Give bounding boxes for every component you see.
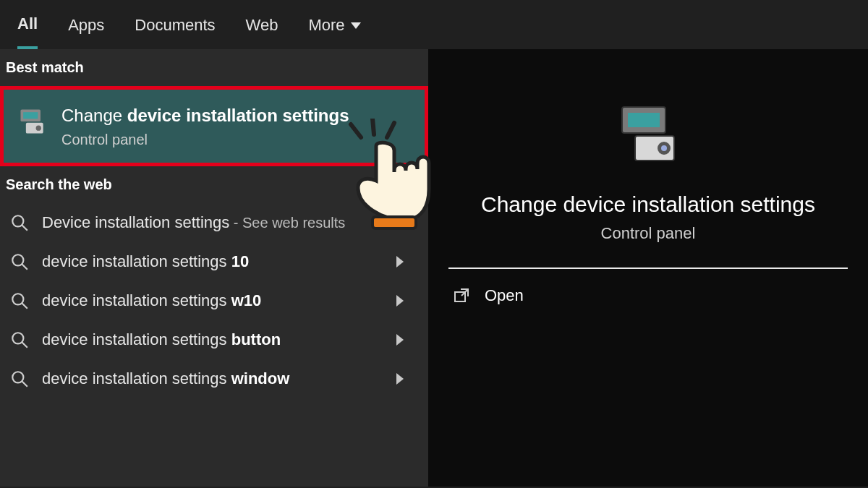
web-result-text: Device installation settings - See web r… bbox=[42, 213, 383, 232]
divider bbox=[448, 267, 848, 269]
preview-title: Change device installation settings bbox=[448, 192, 848, 217]
best-match-subtitle: Control panel bbox=[61, 132, 349, 148]
svg-line-11 bbox=[22, 264, 27, 270]
preview-panel: Change device installation settings Cont… bbox=[428, 49, 868, 487]
svg-line-9 bbox=[22, 225, 27, 231]
svg-point-8 bbox=[12, 215, 23, 226]
search-web-label: Search the web bbox=[0, 166, 428, 203]
tab-more-label: More bbox=[308, 16, 344, 35]
svg-point-16 bbox=[12, 372, 23, 382]
svg-line-13 bbox=[22, 303, 27, 309]
tab-web[interactable]: Web bbox=[246, 14, 278, 49]
web-result-3[interactable]: device installation settings button bbox=[0, 320, 428, 359]
best-match-result[interactable]: Change device installation settings Cont… bbox=[0, 86, 428, 166]
search-tabs: All Apps Documents Web More bbox=[0, 0, 868, 49]
devices-printer-icon bbox=[17, 106, 48, 137]
tab-documents[interactable]: Documents bbox=[135, 14, 215, 49]
best-match-label: Best match bbox=[0, 49, 428, 86]
chevron-right-icon[interactable] bbox=[396, 295, 404, 307]
svg-line-4 bbox=[351, 124, 361, 137]
best-match-title: Change device installation settings bbox=[61, 106, 349, 126]
open-label: Open bbox=[485, 286, 524, 305]
svg-point-14 bbox=[12, 333, 23, 343]
search-icon bbox=[10, 213, 29, 232]
best-match-text: Change device installation settings Cont… bbox=[61, 106, 349, 148]
best-match-title-prefix: Change bbox=[61, 106, 127, 125]
svg-line-5 bbox=[373, 119, 374, 134]
svg-line-15 bbox=[22, 342, 27, 348]
chevron-right-icon[interactable] bbox=[396, 373, 404, 385]
open-icon bbox=[453, 287, 470, 304]
web-result-text: device installation settings window bbox=[42, 369, 383, 388]
svg-rect-19 bbox=[628, 113, 660, 127]
web-result-2[interactable]: device installation settings w10 bbox=[0, 281, 428, 320]
web-result-4[interactable]: device installation settings window bbox=[0, 359, 428, 398]
search-icon bbox=[10, 369, 29, 388]
open-action[interactable]: Open bbox=[448, 286, 848, 305]
web-result-text: device installation settings 10 bbox=[42, 252, 383, 271]
svg-point-10 bbox=[12, 254, 23, 265]
chevron-right-icon[interactable] bbox=[396, 217, 404, 228]
search-icon bbox=[10, 330, 29, 349]
best-match-title-bold: device installation settings bbox=[127, 106, 349, 125]
web-result-text: device installation settings w10 bbox=[42, 291, 383, 310]
web-result-text: device installation settings button bbox=[42, 330, 383, 349]
tab-apps[interactable]: Apps bbox=[68, 14, 104, 49]
chevron-right-icon[interactable] bbox=[396, 334, 404, 346]
devices-printer-icon bbox=[613, 100, 683, 169]
chevron-down-icon bbox=[351, 22, 361, 29]
tab-all[interactable]: All bbox=[17, 14, 38, 49]
svg-point-3 bbox=[36, 126, 41, 131]
chevron-right-icon[interactable] bbox=[396, 256, 404, 267]
web-result-1[interactable]: device installation settings 10 bbox=[0, 242, 428, 281]
search-icon bbox=[10, 291, 29, 310]
svg-line-6 bbox=[387, 123, 394, 137]
svg-point-22 bbox=[661, 145, 667, 151]
preview-subtitle: Control panel bbox=[448, 224, 848, 243]
svg-line-17 bbox=[22, 381, 27, 387]
svg-rect-1 bbox=[23, 112, 38, 119]
tab-more[interactable]: More bbox=[308, 14, 360, 49]
svg-point-12 bbox=[12, 294, 23, 304]
web-result-0[interactable]: Device installation settings - See web r… bbox=[0, 203, 428, 242]
search-icon bbox=[10, 252, 29, 271]
results-panel: Best match Change device installation se… bbox=[0, 49, 428, 487]
